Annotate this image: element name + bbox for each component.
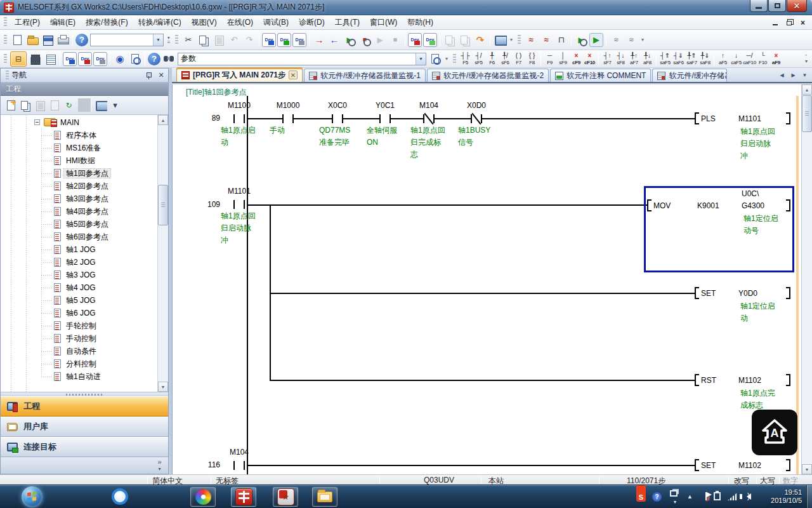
hmi-device-icon[interactable]: Dev	[292, 33, 306, 47]
find-icon[interactable]	[162, 52, 176, 66]
combo-drop-icon[interactable]: ▼	[416, 53, 426, 65]
copy-icon[interactable]	[197, 33, 211, 47]
paste-data-icon[interactable]	[33, 98, 46, 112]
ladder-symbol-button[interactable]	[714, 53, 714, 65]
ladder-instruction-mov[interactable]: MOV K9001 U0C\ G4300 轴1定位启动号	[647, 199, 799, 239]
toolbar-icon[interactable]	[145, 53, 145, 65]
ladder-symbol-button[interactable]: ┤↓sF8	[614, 51, 627, 67]
taskbar-browser-icon[interactable]	[112, 488, 128, 505]
ladder-symbol-button[interactable]	[656, 53, 657, 65]
ladder-contact[interactable]: M1100 轴1原点启动	[216, 101, 263, 164]
undo-icon[interactable]: ↶	[227, 33, 241, 47]
tray-sogou-icon[interactable]: S	[636, 492, 646, 502]
ladder-symbol-button[interactable]: ( )F7	[512, 51, 525, 67]
toolbar-icon[interactable]	[440, 34, 440, 46]
toolbar-overflow-icon[interactable]: ▾	[508, 33, 515, 47]
monitor-stop-icon[interactable]: ■	[358, 33, 372, 47]
toolbar-icon[interactable]	[259, 34, 259, 46]
more-buttons-icon[interactable]: »▼	[157, 458, 162, 472]
device-search-combo[interactable]: 参数 ▼	[178, 53, 426, 65]
menu-item[interactable]: 在线(O)	[222, 15, 258, 30]
show-desktop-button[interactable]	[806, 485, 812, 508]
monitor-pause-icon[interactable]: ▶	[373, 33, 387, 47]
ladder-statement-title[interactable]: [Title]轴1回参考点	[186, 87, 247, 98]
ladder-symbol-button[interactable]: └F10	[756, 51, 769, 67]
ladder-symbol-button[interactable]: ╀↓aF8	[641, 51, 654, 67]
nav-button-userlib[interactable]: 用户库	[1, 417, 168, 437]
start-button[interactable]	[22, 486, 43, 507]
tray-help-icon[interactable]: ?	[652, 492, 662, 502]
wave-monitor2-icon[interactable]: ≈	[539, 33, 553, 47]
help2-icon[interactable]: ?	[148, 53, 160, 65]
device-test-icon[interactable]: Dev	[408, 33, 422, 47]
device-find-icon[interactable]: Dev	[63, 52, 77, 66]
scroll-down-icon[interactable]: ▼	[802, 464, 812, 474]
copy-data-icon[interactable]	[18, 98, 32, 112]
zoom-page-icon[interactable]	[428, 52, 442, 66]
save-project-icon[interactable]	[41, 33, 55, 47]
menu-item[interactable]: 调试(B)	[258, 15, 294, 30]
menu-item[interactable]: 帮助(H)	[402, 15, 438, 30]
ladder-contact[interactable]: X0D0 轴1BUSY信号	[453, 101, 500, 164]
project-tree-toggle-icon[interactable]: ⊟	[10, 51, 27, 67]
taskbar-app-360[interactable]	[190, 487, 216, 507]
taskbar-app-gxtools[interactable]: ★	[273, 487, 298, 507]
monitor-start-icon[interactable]: ▶	[343, 33, 357, 47]
tree-item[interactable]: 自动条件	[1, 345, 157, 358]
ladder-symbol-button[interactable]: ┤/sF5	[472, 51, 485, 67]
scroll-thumb[interactable]	[802, 95, 812, 132]
ladder-symbol-button[interactable]: ╀↑aF7	[627, 51, 641, 67]
menu-item[interactable]: 视图(V)	[187, 15, 222, 30]
toolbar-overflow-icon[interactable]: ▾	[443, 52, 450, 66]
tray-expand-icon[interactable]: ▲	[687, 493, 693, 500]
mdi-restore-button[interactable]	[785, 18, 793, 26]
wave-window2-icon[interactable]: ≈	[624, 33, 638, 47]
tray-clipboard-icon[interactable]	[714, 492, 721, 500]
read-from-plc-icon[interactable]: ←	[327, 33, 341, 47]
maximize-button[interactable]	[768, 0, 786, 12]
panel-grip[interactable]	[6, 70, 9, 81]
tray-caret-icon[interactable]: ▾	[674, 499, 676, 505]
pin-icon[interactable]	[144, 71, 153, 80]
ladder-symbol-button[interactable]: ─/caF10	[743, 51, 756, 67]
document-tab[interactable]: 软元件注释 COMMENT ✕	[550, 69, 651, 82]
tree-item-main[interactable]: MAIN	[1, 116, 157, 129]
ladder-symbol-button[interactable]	[598, 53, 599, 65]
toolbar-overflow-icon[interactable]: ▾≡	[165, 33, 173, 47]
tree-item[interactable]: MS16准备	[1, 142, 157, 154]
write-to-plc-icon[interactable]: →	[312, 33, 326, 47]
ladder-symbol-button[interactable]: ×aF9	[769, 51, 783, 67]
tree-item[interactable]: 程序本体	[1, 129, 157, 142]
menu-item[interactable]: 工具(T)	[330, 15, 365, 30]
device-search-icon[interactable]	[128, 52, 142, 66]
ladder-symbol-button[interactable]: ┤⇓saF6	[672, 51, 685, 67]
tree-item[interactable]: 轴5 JOG	[1, 294, 157, 307]
tab-close-icon[interactable]: ✕	[289, 70, 298, 79]
ladder-output-set2[interactable]: SET M1102	[695, 459, 801, 474]
menu-item[interactable]: 转换/编译(C)	[133, 15, 187, 30]
tree-item[interactable]: 轴4回参考点	[1, 205, 157, 218]
ladder-contact[interactable]: M1101 轴1原点回归启动脉冲	[216, 187, 263, 250]
nav-tool-icon[interactable]	[78, 98, 91, 112]
close-button[interactable]: ✕	[787, 0, 807, 12]
nav-button-project[interactable]: 工程	[1, 396, 168, 417]
ladder-contact[interactable]: M1000 手动	[265, 101, 311, 164]
document-tab[interactable]: 软元件/缓冲存储器批量监视-2 ✕	[427, 69, 549, 82]
window-tile-icon[interactable]	[458, 33, 472, 47]
ladder-contact[interactable]: M104 轴1原点回归完成标志	[405, 101, 452, 164]
module-config-icon[interactable]	[28, 52, 42, 66]
tree-item[interactable]: 轴6 JOG	[1, 307, 157, 319]
window-cascade-icon[interactable]	[443, 33, 457, 47]
toolbar-grip[interactable]	[518, 35, 521, 45]
scroll-up-icon[interactable]: ▲	[802, 84, 812, 95]
tree-item[interactable]: 轴1 JOG	[1, 243, 157, 256]
scroll-thumb[interactable]	[158, 185, 168, 225]
mdi-close-button[interactable]: ×	[799, 18, 807, 26]
device-batch-icon[interactable]: Dev	[423, 33, 437, 47]
ladder-symbol-button[interactable]: ┤↑sF7	[601, 51, 614, 67]
tree-item[interactable]: 轴3 JOG	[1, 269, 157, 281]
menu-item[interactable]: 搜索/替换(F)	[81, 15, 133, 30]
device-comment-icon[interactable]: Dev	[262, 33, 276, 47]
tray-action-center-icon[interactable]: ✗	[705, 492, 707, 500]
screen-lock-icon[interactable]	[493, 33, 507, 47]
